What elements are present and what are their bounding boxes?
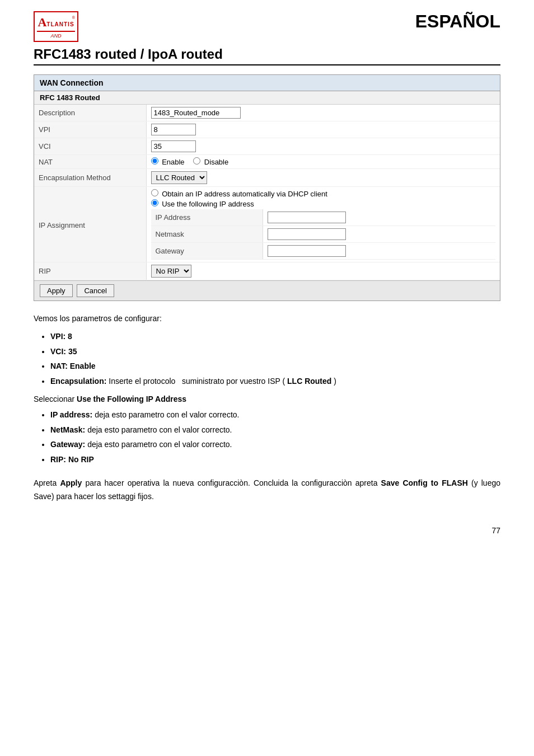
ip-address-label: IP Address xyxy=(151,209,263,226)
ip-address-value xyxy=(263,209,496,226)
bullet-gateway: Gateway: deja esto parametro con el valo… xyxy=(50,438,500,450)
footer-save-bold: Save Config to FLASH xyxy=(381,478,468,487)
seleccionar-bold: Use the Following IP Address xyxy=(77,395,186,403)
nat-row: NAT Enable Disable xyxy=(34,155,500,169)
bullet-gateway-text: deja esto parametro con el valor correct… xyxy=(87,440,232,449)
wan-box-title: WAN Connection xyxy=(34,75,500,91)
nat-enable-label[interactable]: Enable xyxy=(151,158,187,166)
rip-row: RIP No RIP xyxy=(34,262,500,280)
bullet-vci: VCI: 35 xyxy=(50,345,500,358)
nat-disable-text: Disable xyxy=(204,158,228,166)
rip-label: RIP xyxy=(34,262,146,280)
footer-apply-bold: Apply xyxy=(60,478,82,487)
nat-disable-radio[interactable] xyxy=(193,157,200,165)
vci-label: VCI xyxy=(34,138,146,155)
gateway-label: Gateway xyxy=(151,243,263,260)
netmask-row: Netmask xyxy=(151,226,496,243)
description-input[interactable] xyxy=(151,107,241,119)
netmask-value xyxy=(263,226,496,243)
seleccionar-text: Seleccionar Use the Following IP Address xyxy=(34,393,500,405)
footer-mid: para hacer operativa la nueva configurac… xyxy=(85,478,381,487)
button-row: Apply Cancel xyxy=(34,280,500,300)
apply-button[interactable]: Apply xyxy=(40,284,73,297)
intro-text: Vemos los parametros de configurar: xyxy=(34,312,500,325)
ip-address-row: IP Address xyxy=(151,209,496,226)
wan-section-title: RFC 1483 Routed xyxy=(34,91,500,105)
seleccionar-prefix: Seleccionar xyxy=(34,395,77,403)
encap-label: Encapsulation Method xyxy=(34,169,146,187)
bullet-list-1: VPI: 8 VCI: 35 NAT: Enable Encapsulation… xyxy=(50,330,500,387)
vpi-label: VPI xyxy=(34,121,146,138)
page-number: 77 xyxy=(34,526,500,535)
ip-option2-row: Use the following IP address xyxy=(151,199,496,208)
bullet-ip-text: deja esto parametro con el valor correct… xyxy=(95,410,239,419)
vpi-input[interactable] xyxy=(151,124,196,135)
bullet-gateway-bold: Gateway: xyxy=(50,440,85,449)
netmask-input[interactable] xyxy=(268,228,346,240)
bullet-nat-bold: NAT: Enable xyxy=(50,361,96,370)
bullet-nat: NAT: Enable xyxy=(50,360,500,372)
vci-input[interactable] xyxy=(151,140,196,152)
encap-row: Encapsulation Method LLC Routed xyxy=(34,169,500,187)
ip-option2-label[interactable]: Use the following IP address xyxy=(151,200,254,208)
wan-connection-box: WAN Connection RFC 1483 Routed Descripti… xyxy=(34,74,500,301)
footer-prefix: Apreta xyxy=(34,478,60,487)
gateway-value xyxy=(263,243,496,260)
nat-label: NAT xyxy=(34,155,146,169)
bullet-encap: Encapsulation: Inserte el protocolo sumi… xyxy=(50,375,500,387)
ip-option2-text: Use the following IP address xyxy=(162,200,254,208)
bullet-encap-llc: LLC Routed xyxy=(287,377,331,386)
bullet-rip-bold: RIP: No RIP xyxy=(50,455,94,464)
description-label: Description xyxy=(34,105,146,121)
logo-area: ® A TLANTIS AND xyxy=(34,11,78,42)
wan-form-table: Description VPI VCI NAT Enable xyxy=(34,105,500,280)
ip-option2-radio[interactable] xyxy=(151,199,158,206)
ip-option1-text: Obtain an IP address automatically via D… xyxy=(162,190,327,198)
ip-option1-label[interactable]: Obtain an IP address automatically via D… xyxy=(151,190,327,198)
bullet-vpi-bold: VPI: 8 xyxy=(50,332,72,341)
bullet-vci-bold: VCI: 35 xyxy=(50,347,77,356)
language-label: ESPAÑOL xyxy=(415,11,500,32)
encap-select[interactable]: LLC Routed xyxy=(151,171,207,184)
bullet-rip: RIP: No RIP xyxy=(50,453,500,466)
netmask-label: Netmask xyxy=(151,226,263,243)
logo-and: AND xyxy=(50,33,61,39)
ip-sub-table: IP Address Netmask Gateway xyxy=(151,209,496,260)
bullet-list-2: IP address: deja esto parametro con el v… xyxy=(50,408,500,466)
bullet-netmask-text: deja esto parametro con el valor correct… xyxy=(87,425,232,434)
page-title: RFC1483 routed / IpoA routed xyxy=(34,46,500,65)
ip-assignment-row: IP Assignment Obtain an IP address autom… xyxy=(34,187,500,262)
nat-disable-label[interactable]: Disable xyxy=(193,158,228,166)
registered-icon: ® xyxy=(72,16,75,20)
ip-option1-row: Obtain an IP address automatically via D… xyxy=(151,189,496,198)
nat-enable-radio[interactable] xyxy=(151,157,158,165)
bullet-ip: IP address: deja esto parametro con el v… xyxy=(50,408,500,421)
vci-value-cell xyxy=(146,138,500,155)
gateway-input[interactable] xyxy=(268,245,346,257)
nat-options-cell: Enable Disable xyxy=(146,155,500,169)
description-row: Description xyxy=(34,105,500,121)
ip-assignment-label: IP Assignment xyxy=(34,187,146,262)
bullet-encap-text: Inserte el protocolo suministrato por vu… xyxy=(109,377,285,386)
footer-text: Apreta Apply para hacer operativa la nue… xyxy=(34,477,500,504)
bullet-encap-bold: Encapsulation: xyxy=(50,377,106,386)
page-header: ® A TLANTIS AND ESPAÑOL xyxy=(34,11,500,42)
vpi-value-cell xyxy=(146,121,500,138)
rip-select[interactable]: No RIP xyxy=(151,265,191,278)
vci-row: VCI xyxy=(34,138,500,155)
atlantis-logo: ® A TLANTIS AND xyxy=(34,11,78,42)
ip-address-input[interactable] xyxy=(268,212,346,223)
cancel-button[interactable]: Cancel xyxy=(77,284,114,297)
logo-tlantis: TLANTIS xyxy=(46,21,74,27)
vpi-row: VPI xyxy=(34,121,500,138)
gateway-row: Gateway xyxy=(151,243,496,260)
logo-a: A xyxy=(38,15,46,30)
encap-value-cell: LLC Routed xyxy=(146,169,500,187)
ip-assignment-cell: Obtain an IP address automatically via D… xyxy=(146,187,500,262)
ip-option1-radio[interactable] xyxy=(151,189,158,196)
description-value-cell xyxy=(146,105,500,121)
bullet-netmask-bold: NetMask: xyxy=(50,425,85,434)
bullet-vpi: VPI: 8 xyxy=(50,330,500,342)
nat-enable-text: Enable xyxy=(162,158,184,166)
bullet-netmask: NetMask: deja esto parametro con el valo… xyxy=(50,424,500,436)
